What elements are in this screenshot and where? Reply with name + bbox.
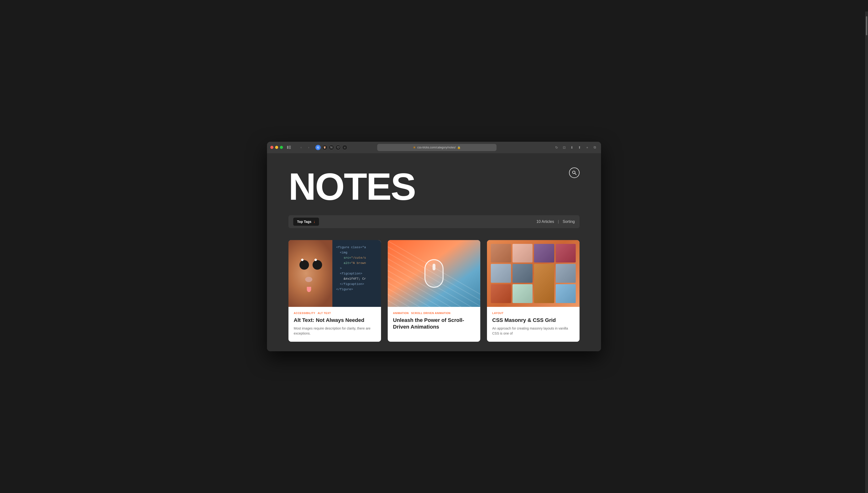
top-tags-label: Top Tags <box>297 220 311 223</box>
photo-tile-3 <box>534 244 554 263</box>
nav-controls: ‹ › <box>298 144 312 151</box>
code-panel: <figure class="a <img src="/cute/s alt="… <box>332 240 381 307</box>
card-css-masonry-title: CSS Masonry & CSS Grid <box>492 317 574 324</box>
tabs-icon[interactable]: ⧉ <box>592 145 598 150</box>
sorting-button[interactable]: Sorting <box>563 219 575 224</box>
photo-tile-7 <box>534 264 554 303</box>
photo-tile-11 <box>556 284 576 303</box>
filter-divider: | <box>558 219 559 224</box>
share-icon[interactable]: ⬆ <box>577 145 582 150</box>
card-tag-alt-text[interactable]: ALT TEXT <box>318 312 331 315</box>
title-bar-right: ↻ ⊡ ⬇ ⬆ + ⧉ <box>554 145 598 150</box>
card-alt-text-excerpt: Most images require description for clar… <box>294 326 376 336</box>
photo-tile-2 <box>513 244 533 263</box>
mouse-icon <box>425 259 443 288</box>
forward-button[interactable]: › <box>305 144 312 151</box>
card-alt-text[interactable]: <figure class="a <img src="/cute/s alt="… <box>288 240 381 342</box>
url-text: css-tricks.com/category/notes/ <box>417 146 456 149</box>
card-scroll-animation-body: ANIMATION SCROLL DRIVEN ANIMATION Unleas… <box>388 307 480 339</box>
card-css-masonry-excerpt: An approach for creating masonry layouts… <box>492 326 574 336</box>
page-content: NOTES Top Tags ↓ 10 Articles | Sorting <box>267 153 601 351</box>
page-title: NOTES <box>288 168 580 206</box>
svg-rect-3 <box>289 148 291 149</box>
photo-tile-4 <box>556 244 576 263</box>
shield-ext-icon[interactable]: 🛡 <box>335 145 341 150</box>
sloth-illustration <box>288 240 332 307</box>
svg-rect-1 <box>289 146 291 147</box>
card-tag-accessibility[interactable]: ACCESSIBILITY <box>294 312 315 315</box>
notion-ext-icon[interactable]: N <box>329 145 334 150</box>
extension-icons: G 🦉 N 🛡 ≡ <box>316 145 347 150</box>
articles-count: 10 Articles <box>536 219 554 224</box>
close-button[interactable] <box>270 146 274 149</box>
card-alt-text-body: ACCESSIBILITY ALT TEXT Alt Text: Not Alw… <box>288 307 381 342</box>
card-alt-text-image: <figure class="a <img src="/cute/s alt="… <box>288 240 381 307</box>
maximize-button[interactable] <box>280 146 283 149</box>
card-css-masonry-image <box>487 240 580 307</box>
search-button[interactable] <box>569 168 580 178</box>
top-tags-arrow-icon: ↓ <box>313 219 315 224</box>
card-css-masonry-tags: LAYOUT <box>492 312 574 315</box>
card-tag-animation[interactable]: ANIMATION <box>393 312 409 315</box>
top-tags-button[interactable]: Top Tags ↓ <box>293 218 319 226</box>
filter-right: 10 Articles | Sorting <box>536 219 575 224</box>
cards-grid: <figure class="a <img src="/cute/s alt="… <box>288 240 580 342</box>
mouse-scroll-wheel <box>433 264 435 270</box>
photo-tile-5 <box>491 264 511 283</box>
star-icon: ✳ <box>413 146 416 149</box>
photo-tile-8 <box>556 264 576 283</box>
card-css-masonry[interactable]: LAYOUT CSS Masonry & CSS Grid An approac… <box>487 240 580 342</box>
traffic-lights <box>270 146 283 149</box>
photo-tile-9 <box>491 284 511 303</box>
list-ext-icon[interactable]: ≡ <box>342 145 347 150</box>
owl-ext-icon[interactable]: 🦉 <box>322 145 327 150</box>
svg-rect-0 <box>287 146 288 149</box>
minimize-button[interactable] <box>275 146 278 149</box>
sidebar-toggle-icon[interactable] <box>285 144 292 151</box>
svg-rect-2 <box>289 147 291 148</box>
card-tag-layout[interactable]: LAYOUT <box>492 312 503 315</box>
svg-line-5 <box>575 173 576 175</box>
url-bar[interactable]: ✳ css-tricks.com/category/notes/ 🔒 <box>377 144 497 151</box>
photo-tile-6 <box>513 264 533 283</box>
card-css-masonry-body: LAYOUT CSS Masonry & CSS Grid An approac… <box>487 307 580 342</box>
download-icon[interactable]: ⬇ <box>569 145 575 150</box>
reader-icon[interactable]: ⊡ <box>561 145 567 150</box>
reload-icon[interactable]: ↻ <box>554 145 560 150</box>
card-tag-scroll-driven[interactable]: SCROLL DRIVEN ANIMATION <box>411 312 451 315</box>
photo-tile-1 <box>491 244 511 263</box>
title-bar: ‹ › G 🦉 N 🛡 ≡ ✳ css-tricks.com/category/… <box>267 142 601 153</box>
google-ext-icon[interactable]: G <box>316 145 321 150</box>
card-scroll-animation[interactable]: ANIMATION SCROLL DRIVEN ANIMATION Unleas… <box>388 240 480 342</box>
browser-window: ‹ › G 🦉 N 🛡 ≡ ✳ css-tricks.com/category/… <box>267 142 601 351</box>
photo-tile-10 <box>513 284 533 303</box>
card-alt-text-title: Alt Text: Not Always Needed <box>294 317 376 324</box>
new-tab-icon[interactable]: + <box>584 145 590 150</box>
back-button[interactable]: ‹ <box>298 144 304 151</box>
card-alt-text-tags: ACCESSIBILITY ALT TEXT <box>294 312 376 315</box>
lock-icon: 🔒 <box>457 146 461 149</box>
card-scroll-animation-title: Unleash the Power of Scroll-Driven Anima… <box>393 317 475 330</box>
card-scroll-animation-tags: ANIMATION SCROLL DRIVEN ANIMATION <box>393 312 475 315</box>
card-scroll-animation-image <box>388 240 480 307</box>
filter-bar: Top Tags ↓ 10 Articles | Sorting <box>288 215 580 228</box>
